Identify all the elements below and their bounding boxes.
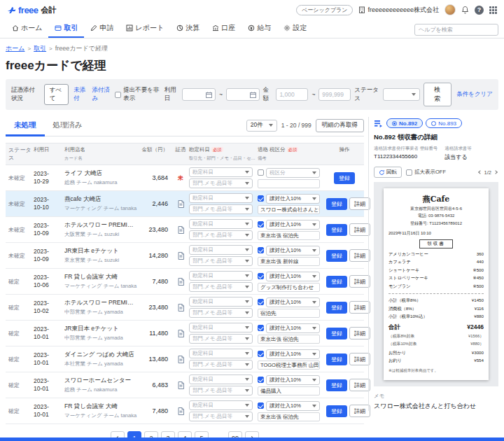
- zoom-toggle[interactable]: 拡大表示OFF: [406, 169, 446, 176]
- register-button[interactable]: 登録: [326, 379, 347, 391]
- evidence-option-all[interactable]: すべて: [44, 84, 69, 105]
- row-evidence-cell[interactable]: [174, 304, 188, 312]
- nav-closing[interactable]: 決算: [170, 20, 206, 38]
- transaction-row[interactable]: 確定 2023- 10-02 ホテルスワロー PREMIUM東京… 中部営業 チ…: [6, 295, 364, 321]
- tags-select[interactable]: 部門.メモ.品目等: [189, 256, 253, 266]
- register-button[interactable]: 登録: [326, 198, 347, 210]
- tax-class-select[interactable]: 課対仕入10%: [266, 349, 320, 359]
- row-evidence-cell[interactable]: [174, 407, 188, 415]
- remark-input[interactable]: グッズ制作打ち合わせ: [258, 283, 320, 292]
- account-item-select[interactable]: 勘定科目: [189, 374, 253, 384]
- account-item-select[interactable]: 勘定科目: [189, 400, 253, 410]
- row-evidence-cell[interactable]: [174, 382, 188, 389]
- account-item-select[interactable]: 勘定科目: [189, 193, 253, 203]
- receipt-list-icon[interactable]: [374, 119, 383, 128]
- tax-class-select[interactable]: 課対仕入10%: [266, 220, 320, 230]
- detail-button[interactable]: 詳細: [349, 301, 370, 314]
- clear-conditions-link[interactable]: 条件をクリア: [456, 90, 493, 99]
- tax-class-select[interactable]: 課対仕入10%: [266, 375, 320, 385]
- tags-select[interactable]: 部門.メモ.品目等: [189, 282, 253, 292]
- tags-select[interactable]: 部門.メモ.品目等: [189, 386, 253, 396]
- remark-input[interactable]: 東京出張 宿泊先: [258, 231, 320, 240]
- tags-select[interactable]: 部門.メモ.品目等: [189, 412, 253, 421]
- amount-min-input[interactable]: [276, 88, 308, 101]
- qualified-checkbox[interactable]: [258, 169, 264, 176]
- qualified-checkbox[interactable]: [258, 402, 264, 409]
- row-evidence-cell[interactable]: [174, 356, 188, 363]
- transaction-row[interactable]: 未確定 2023- 10-29 ライフ 大崎店 総務 チーム nakamura …: [6, 165, 364, 191]
- remark-input[interactable]: TOGO税理士事務所 山田様会: [258, 360, 320, 370]
- row-evidence-cell[interactable]: [174, 330, 188, 337]
- detail-button[interactable]: 詳細: [349, 405, 370, 417]
- qualified-checkbox[interactable]: [258, 351, 264, 357]
- avatar[interactable]: [444, 4, 456, 15]
- register-button[interactable]: 登録: [326, 405, 347, 417]
- row-evidence-cell[interactable]: 未: [174, 174, 188, 182]
- receipt-prev-icon[interactable]: [478, 170, 482, 174]
- nav-home[interactable]: ホーム: [6, 20, 48, 38]
- transaction-row[interactable]: 確定 2023- 10-06 FR 貸し会議室 大崎 マーケティング チーム t…: [6, 269, 364, 295]
- usage-date-from-input[interactable]: [182, 88, 216, 101]
- detail-button[interactable]: 詳細: [349, 327, 370, 340]
- freee-logo[interactable]: freee 会計: [7, 5, 57, 15]
- nav-payroll[interactable]: 給与: [241, 20, 277, 38]
- row-evidence-cell[interactable]: [174, 278, 188, 286]
- evidence-option-attached[interactable]: 添付済み: [92, 86, 110, 103]
- help-search-input[interactable]: [414, 24, 498, 36]
- account-item-select[interactable]: 勘定科目: [189, 245, 253, 255]
- remark-input[interactable]: [258, 179, 320, 188]
- register-button[interactable]: 登録: [326, 354, 347, 365]
- help-icon[interactable]: ?: [475, 6, 484, 15]
- qualified-checkbox[interactable]: [258, 221, 264, 227]
- tax-class-select[interactable]: 課対仕入10%: [266, 298, 320, 307]
- register-button[interactable]: 登録: [326, 250, 347, 262]
- register-button[interactable]: 登録: [326, 224, 347, 236]
- transaction-row[interactable]: 確定 2023- 10-01 スワローホームセンター 総務 チーム nakamu…: [6, 372, 364, 398]
- transaction-row[interactable]: 未確定 2023- 10-09 ホテルスワロー PREMIUM東京… 大阪営業 …: [6, 217, 364, 243]
- row-evidence-cell[interactable]: [174, 200, 188, 208]
- tags-select[interactable]: 部門.メモ.品目等: [189, 178, 253, 188]
- remark-input[interactable]: スワロー株式会社さんと打..: [258, 205, 320, 214]
- account-item-select[interactable]: 勘定科目: [189, 297, 253, 307]
- hide-not-required-toggle[interactable]: 提出不要を非表示: [115, 86, 160, 103]
- detail-button[interactable]: 詳細: [349, 353, 370, 365]
- remark-input[interactable]: 宿泊先: [258, 309, 320, 318]
- qualified-checkbox[interactable]: [258, 195, 264, 202]
- qualified-checkbox[interactable]: [258, 247, 264, 253]
- transaction-row[interactable]: 未確定 2023- 10-10 燕cafe 大崎店 マーケティング チーム ta…: [6, 191, 364, 217]
- tab-processed[interactable]: 処理済み: [45, 117, 91, 136]
- breadcrumb-home-link[interactable]: ホーム: [6, 44, 24, 53]
- transaction-row[interactable]: 確定 2023- 10-01 FR 貸し会議室 大崎 マーケティング チーム t…: [6, 398, 364, 424]
- detail-button[interactable]: 詳細: [349, 275, 370, 288]
- company-menu[interactable]: freeeeeeeeeeee株式会社: [358, 6, 439, 15]
- nav-reports[interactable]: レポート: [120, 20, 170, 38]
- tags-select[interactable]: 部門.メモ.品目等: [189, 204, 253, 214]
- evidence-option-unattached[interactable]: 未添付: [74, 86, 87, 103]
- tax-class-select[interactable]: 課対仕入10%: [266, 323, 320, 333]
- detail-button[interactable]: 詳細: [349, 223, 370, 236]
- notifications-bell-icon[interactable]: [461, 6, 469, 14]
- account-item-select[interactable]: 勘定科目: [189, 271, 253, 281]
- search-button[interactable]: 検索: [424, 83, 452, 106]
- breadcrumb-transactions-link[interactable]: 取引: [34, 44, 46, 53]
- register-button[interactable]: 登録: [326, 328, 347, 340]
- status-filter-select[interactable]: [383, 88, 420, 101]
- detail-button[interactable]: 詳細: [349, 197, 370, 210]
- account-item-select[interactable]: 勘定科目: [189, 219, 253, 229]
- row-evidence-cell[interactable]: [174, 226, 188, 234]
- tags-select[interactable]: 部門.メモ.品目等: [189, 230, 253, 240]
- transaction-row[interactable]: 確定 2023- 10-01 JR東日本 eチケット 中部営業 チーム yama…: [6, 321, 364, 346]
- amount-max-input[interactable]: [318, 88, 351, 101]
- receipt-no-pill[interactable]: No.892: [386, 118, 423, 128]
- register-button[interactable]: 登録: [326, 302, 347, 314]
- apps-grid-icon[interactable]: [489, 6, 497, 14]
- tags-select[interactable]: 部門.メモ.品目等: [189, 308, 253, 318]
- account-item-select[interactable]: 勘定科目: [189, 167, 253, 177]
- qualified-checkbox[interactable]: [258, 273, 264, 279]
- nav-transactions[interactable]: 取引: [48, 20, 84, 38]
- tags-select[interactable]: 部門.メモ.品目等: [189, 360, 253, 370]
- receipt-viewer[interactable]: 燕Cafe 東京都世田谷区世田谷4-5-6 電話: 03-9876-5432 登…: [374, 182, 498, 386]
- hide-not-required-checkbox[interactable]: [115, 92, 121, 98]
- account-item-select[interactable]: 勘定科目: [189, 349, 253, 358]
- tags-select[interactable]: 部門.メモ.品目等: [189, 334, 253, 344]
